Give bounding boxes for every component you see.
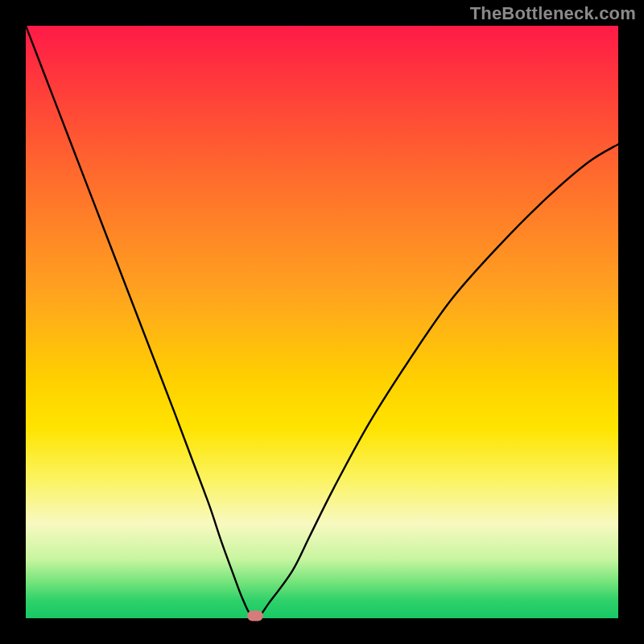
curve-svg (26, 26, 618, 618)
watermark-text: TheBottleneck.com (470, 3, 636, 24)
optimum-marker (247, 611, 263, 621)
bottleneck-curve (26, 26, 618, 617)
chart-frame: TheBottleneck.com (0, 0, 644, 644)
plot-area (26, 26, 618, 618)
